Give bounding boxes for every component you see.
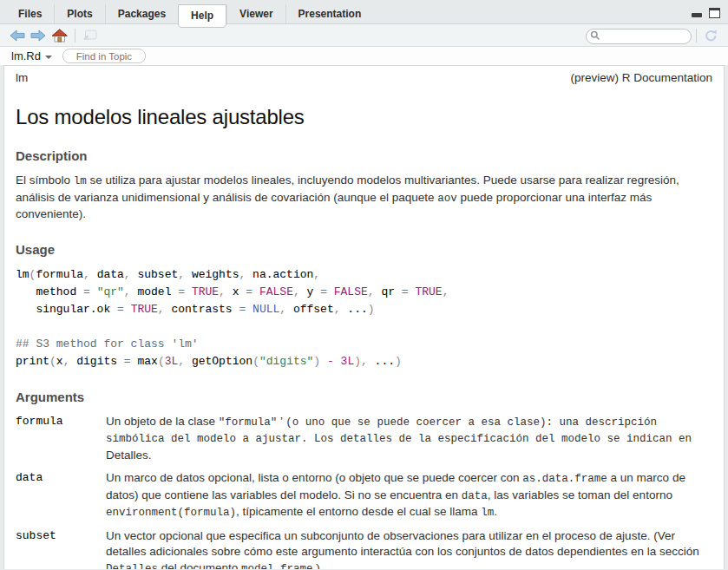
code-line: print(x, digits = max(3L, getOption("dig… xyxy=(16,353,712,370)
argument-description: Un marco de datos opcional, lista o ento… xyxy=(106,470,712,521)
maximize-icon[interactable] xyxy=(709,8,720,18)
tab-files[interactable]: Files xyxy=(6,4,54,23)
doc-topic-name: lm xyxy=(16,71,28,84)
help-content-frame: lm (preview) R Documentation Los modelos… xyxy=(3,65,725,569)
home-button[interactable] xyxy=(49,28,70,43)
page-title: Los modelos lineales ajustables xyxy=(16,105,712,129)
argument-description: Un vector opcional que especifica un sub… xyxy=(106,528,712,570)
help-toolbar xyxy=(0,24,728,47)
doc-header: lm (preview) R Documentation xyxy=(16,71,712,84)
topic-label: lm.Rd xyxy=(11,49,41,62)
code-line: ## S3 method for class 'lm' xyxy=(16,336,712,353)
argument-row: dataUn marco de datos opcional, lista o … xyxy=(16,470,712,521)
chevron-down-icon xyxy=(45,56,52,59)
forward-icon xyxy=(30,29,46,42)
home-icon xyxy=(51,29,68,43)
argument-term: formula xyxy=(16,414,106,464)
tab-help[interactable]: Help xyxy=(178,4,226,28)
code-line: singular.ok = TRUE, contrasts = NULL, of… xyxy=(16,301,712,318)
argument-row: subsetUn vector opcional que especifica … xyxy=(16,528,712,570)
argument-description: Un objeto de la clase "formula" ’ (o uno… xyxy=(106,414,712,464)
arguments-table: formulaUn objeto de la clase "formula" ’… xyxy=(16,414,712,570)
description-paragraph: El símbolo lm se utiliza para ajustar mo… xyxy=(16,173,712,223)
usage-code: lm(formula, data, subset, weights, na.ac… xyxy=(16,266,712,370)
back-button[interactable] xyxy=(7,29,28,43)
topic-dropdown[interactable]: lm.Rd xyxy=(11,49,52,62)
find-in-topic-input[interactable] xyxy=(62,49,146,63)
toolbar-separator-2 xyxy=(696,29,697,43)
refresh-icon xyxy=(704,29,718,43)
argument-row: formulaUn objeto de la clase "formula" ’… xyxy=(16,414,712,464)
help-search-input[interactable] xyxy=(586,29,692,44)
tab-viewer[interactable]: Viewer xyxy=(226,4,285,23)
section-usage-heading: Usage xyxy=(16,242,712,257)
tab-strip: FilesPlotsPackagesHelpViewerPresentation xyxy=(0,0,728,24)
minimize-icon[interactable] xyxy=(692,13,702,17)
doc-header-right: (preview) R Documentation xyxy=(570,71,712,84)
search-icon xyxy=(590,30,600,41)
section-arguments-heading: Arguments xyxy=(16,390,712,404)
code-line: method = "qr", model = TRUE, x = FALSE, … xyxy=(16,284,712,301)
window-controls xyxy=(692,8,720,18)
section-description-heading: Description xyxy=(16,148,712,163)
back-icon xyxy=(10,29,25,42)
tab-packages[interactable]: Packages xyxy=(105,4,178,23)
help-search-box xyxy=(586,28,692,43)
popout-icon xyxy=(82,29,97,41)
tab-presentation[interactable]: Presentation xyxy=(285,4,374,23)
refresh-button[interactable] xyxy=(701,28,721,43)
toolbar-separator xyxy=(75,29,75,43)
code-line xyxy=(16,318,712,336)
forward-button[interactable] xyxy=(28,29,49,43)
tab-plots[interactable]: Plots xyxy=(54,4,104,23)
help-page: lm (preview) R Documentation Los modelos… xyxy=(4,66,724,569)
code-line: lm(formula, data, subset, weights, na.ac… xyxy=(16,266,712,284)
topic-bar: lm.Rd xyxy=(0,47,728,65)
argument-term: data xyxy=(16,470,106,521)
popout-button[interactable] xyxy=(80,29,100,42)
argument-term: subset xyxy=(16,528,106,570)
